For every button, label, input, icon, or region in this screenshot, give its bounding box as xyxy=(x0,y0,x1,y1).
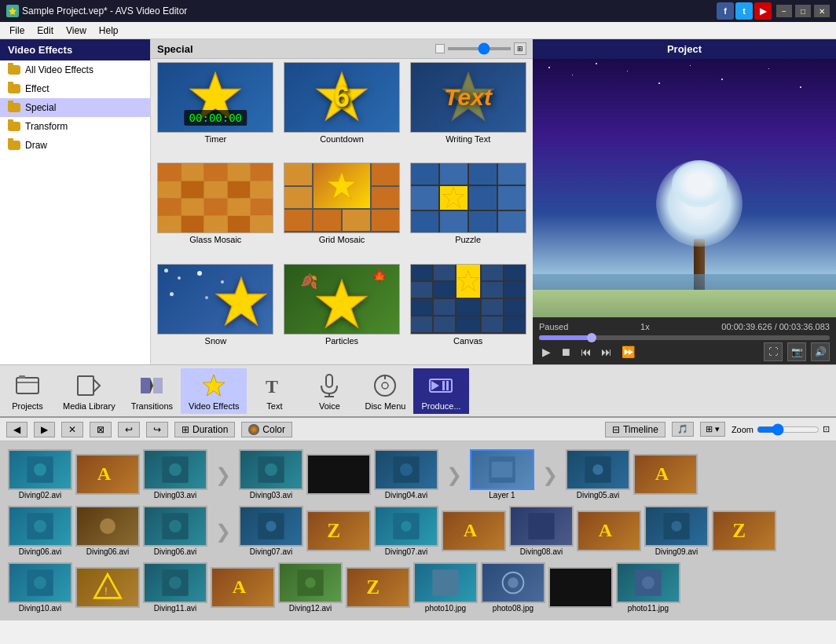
timeline-item[interactable]: A xyxy=(633,454,698,496)
timeline-item[interactable]: Diving03.avi xyxy=(143,449,207,499)
undo-button[interactable]: ↩ xyxy=(118,422,140,437)
timeline-item[interactable]: A xyxy=(75,454,140,496)
sidebar-item-draw[interactable]: Draw xyxy=(0,136,150,155)
next-frame-button[interactable]: ⏭ xyxy=(598,344,615,360)
facebook-icon[interactable]: f xyxy=(717,2,734,20)
tool-transitions[interactable]: Transitions xyxy=(123,368,181,414)
menu-file[interactable]: File xyxy=(3,24,31,38)
timeline-item-layer1[interactable]: Layer 1 xyxy=(470,449,534,499)
svg-rect-11 xyxy=(19,375,25,379)
timeline-item[interactable]: A xyxy=(577,510,641,552)
maximize-button[interactable]: □ xyxy=(795,5,811,17)
effect-canvas[interactable]: Canvas xyxy=(406,264,530,361)
effect-puzzle[interactable]: Puzzle xyxy=(406,163,530,260)
fullscreen-button[interactable]: ⛶ xyxy=(764,342,783,361)
grid-button[interactable]: ⊞ ▾ xyxy=(700,422,725,437)
tool-video-effects[interactable]: Video Effects xyxy=(181,368,247,414)
thumb-diving03b xyxy=(239,449,303,490)
effect-countdown[interactable]: 6 Countdown xyxy=(280,62,404,159)
header-checkbox[interactable] xyxy=(435,44,445,53)
effect-grid-mosaic[interactable]: Grid Mosaic xyxy=(280,163,404,260)
seekbar-thumb[interactable] xyxy=(587,333,596,342)
minimize-button[interactable]: − xyxy=(776,5,792,17)
preview-btn-row: ▶ ⏹ ⏮ ⏭ ⏩ ⛶ 📷 🔊 xyxy=(539,342,830,361)
delete-button[interactable]: ✕ xyxy=(61,422,83,437)
thumb-diving06c xyxy=(143,506,207,547)
timeline-item[interactable]: Diving07.avi xyxy=(239,506,303,556)
close-button[interactable]: ✕ xyxy=(814,5,830,17)
timeline-item[interactable]: Diving04.avi xyxy=(374,449,438,499)
timeline-item[interactable]: Diving12.avi xyxy=(278,562,343,613)
timeline-item[interactable]: Diving03.avi xyxy=(239,449,303,499)
fast-forward-button[interactable]: ⏩ xyxy=(618,344,638,360)
stop-button[interactable]: ⏹ xyxy=(557,344,574,360)
tool-voice[interactable]: Voice xyxy=(302,368,357,414)
timeline-item[interactable]: Z xyxy=(306,510,371,552)
timeline-item[interactable]: photo10.jpg xyxy=(413,562,478,613)
remove-button[interactable]: ⊠ xyxy=(90,422,112,437)
timeline-item[interactable]: photo11.jpg xyxy=(616,562,680,613)
timeline-item[interactable] xyxy=(548,567,613,609)
timeline-item[interactable] xyxy=(306,454,371,496)
zoom-slider[interactable] xyxy=(757,423,820,436)
effect-particles[interactable]: 🍂 🍁 Particles xyxy=(280,264,404,361)
timeline-item[interactable]: ! xyxy=(75,567,140,609)
duration-button[interactable]: ⊞ Duration xyxy=(174,422,235,437)
sidebar-item-special[interactable]: Special xyxy=(0,98,150,117)
thumb-label: Diving09.avi xyxy=(655,547,698,556)
preview-seekbar[interactable] xyxy=(539,335,830,340)
timeline-item[interactable]: Diving10.avi xyxy=(8,562,72,613)
timeline-item[interactable]: Diving09.avi xyxy=(644,506,709,556)
timeline-item[interactable]: A xyxy=(442,510,506,552)
audio-view-button[interactable]: 🎵 xyxy=(672,422,694,437)
effect-writing-text[interactable]: Text Writing Text xyxy=(406,62,530,159)
svg-marker-6 xyxy=(217,277,266,324)
timeline-item[interactable]: Diving06.avi xyxy=(8,506,72,556)
youtube-icon[interactable]: ▶ xyxy=(754,2,772,20)
timeline-button[interactable]: ⊟ Timeline xyxy=(605,422,666,437)
play-button[interactable]: ▶ xyxy=(539,344,554,360)
timeline-item[interactable]: Diving05.avi xyxy=(566,449,630,499)
zoom-control: Zoom ⊡ xyxy=(732,423,830,436)
timeline-item[interactable]: photo08.jpg xyxy=(481,562,545,613)
toolbar: Projects Media Library Transitions Video… xyxy=(0,364,836,418)
svg-point-73 xyxy=(642,576,654,589)
timeline-item[interactable]: Diving11.avi xyxy=(143,562,207,613)
prev-frame-button[interactable]: ⏮ xyxy=(578,344,595,360)
snapshot-button[interactable]: 📷 xyxy=(787,342,806,361)
svg-point-47 xyxy=(169,520,182,532)
sidebar-item-effect[interactable]: Effect xyxy=(0,79,150,98)
tool-disc-menu[interactable]: Disc Menu xyxy=(357,368,413,414)
tool-produce[interactable]: Produce... xyxy=(413,368,468,414)
grid-view-btn[interactable]: ⊞ xyxy=(514,42,526,55)
effect-timer[interactable]: 00:00:00 Timer xyxy=(154,62,277,159)
tool-text[interactable]: T Text xyxy=(247,368,302,414)
timeline-item[interactable]: A xyxy=(211,567,275,609)
timeline-icon: ⊟ xyxy=(612,424,620,435)
color-button[interactable]: Color xyxy=(241,422,292,437)
forward-button[interactable]: ▶ xyxy=(34,422,55,437)
timeline-item[interactable]: Diving02.avi xyxy=(8,449,72,499)
tool-media-library[interactable]: Media Library xyxy=(55,368,123,414)
timeline-item[interactable]: Diving06.avi xyxy=(75,506,140,556)
volume-button[interactable]: 🔊 xyxy=(811,342,830,361)
timeline-item[interactable]: Z xyxy=(712,510,776,552)
menu-help[interactable]: Help xyxy=(93,24,125,38)
timeline-item[interactable]: Z xyxy=(346,567,410,609)
menu-view[interactable]: View xyxy=(60,24,93,38)
size-slider[interactable] xyxy=(448,47,511,50)
sidebar-item-transform[interactable]: Transform xyxy=(0,117,150,136)
effect-glass-mosaic[interactable]: Glass Mosaic xyxy=(154,163,277,260)
twitter-icon[interactable]: t xyxy=(735,2,753,20)
effect-snow[interactable]: Snow xyxy=(154,264,277,361)
timeline-item[interactable]: Diving08.avi xyxy=(509,506,574,556)
timeline-item[interactable]: Diving06.avi xyxy=(143,506,207,556)
timeline-item[interactable]: Diving07.avi xyxy=(374,506,438,556)
tool-projects[interactable]: Projects xyxy=(0,368,55,414)
svg-marker-4 xyxy=(328,172,356,199)
back-button[interactable]: ◀ xyxy=(6,422,28,437)
thumb-diving05 xyxy=(566,449,630,490)
sidebar-item-all[interactable]: All Video Effects xyxy=(0,60,150,79)
redo-button[interactable]: ↪ xyxy=(146,422,168,437)
menu-edit[interactable]: Edit xyxy=(31,24,60,38)
